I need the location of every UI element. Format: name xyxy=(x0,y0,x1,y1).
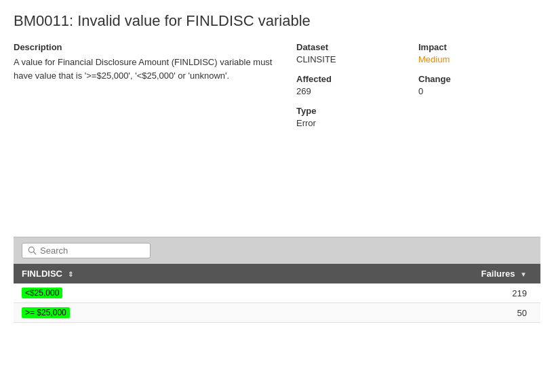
col-header-failures[interactable]: Failures ▼ xyxy=(339,264,540,283)
sort-icon-finldisc: ⇕ xyxy=(68,271,73,278)
type-value: Error xyxy=(296,118,418,128)
impact-value: Medium xyxy=(418,54,540,64)
impact-item: Impact Medium xyxy=(418,42,540,64)
table-row: >= $25,00050 xyxy=(14,303,540,323)
table-header-row: FINLDISC ⇕ Failures ▼ xyxy=(14,264,540,283)
change-value: 0 xyxy=(418,86,540,96)
table-body: <$25,000219>= $25,00050 xyxy=(14,283,540,323)
info-section: Description A value for Financial Disclo… xyxy=(14,42,540,128)
cell-failures: 50 xyxy=(339,303,540,323)
search-bar-row xyxy=(14,237,540,264)
page-title: BM0011: Invalid value for FINLDISC varia… xyxy=(14,12,540,30)
type-label: Type xyxy=(296,106,418,116)
finldisc-tag: <$25,000 xyxy=(22,288,62,298)
change-item: Change 0 xyxy=(418,74,540,96)
svg-line-1 xyxy=(34,252,36,254)
dataset-item: Dataset CLINSITE xyxy=(296,42,418,64)
description-value: A value for Financial Disclosure Amount … xyxy=(14,56,283,82)
dataset-value: CLINSITE xyxy=(296,54,418,64)
affected-value: 269 xyxy=(296,86,418,96)
affected-item: Affected 269 xyxy=(296,74,418,96)
table-row: <$25,000219 xyxy=(14,283,540,303)
search-icon xyxy=(28,246,37,255)
bottom-section: FINLDISC ⇕ Failures ▼ <$25,000219>= $25,… xyxy=(14,237,540,323)
finldisc-tag: >= $25,000 xyxy=(22,307,70,318)
data-table: FINLDISC ⇕ Failures ▼ <$25,000219>= $25,… xyxy=(14,264,540,323)
type-item: Type Error xyxy=(296,106,418,128)
search-input[interactable] xyxy=(40,246,135,256)
dataset-label: Dataset xyxy=(296,42,418,52)
impact-label: Impact xyxy=(418,42,540,52)
cell-finldisc: <$25,000 xyxy=(14,283,339,303)
search-wrapper[interactable] xyxy=(22,243,151,258)
meta-column: Dataset CLINSITE Impact Medium Affected … xyxy=(296,42,540,128)
affected-label: Affected xyxy=(296,74,418,84)
col-header-finldisc[interactable]: FINLDISC ⇕ xyxy=(14,264,339,283)
description-label: Description xyxy=(14,42,283,52)
cell-failures: 219 xyxy=(339,283,540,303)
cell-finldisc: >= $25,000 xyxy=(14,303,339,323)
sort-icon-failures: ▼ xyxy=(520,271,527,278)
description-column: Description A value for Financial Disclo… xyxy=(14,42,296,128)
change-label: Change xyxy=(418,74,540,84)
main-container: BM0011: Invalid value for FINLDISC varia… xyxy=(0,0,554,323)
